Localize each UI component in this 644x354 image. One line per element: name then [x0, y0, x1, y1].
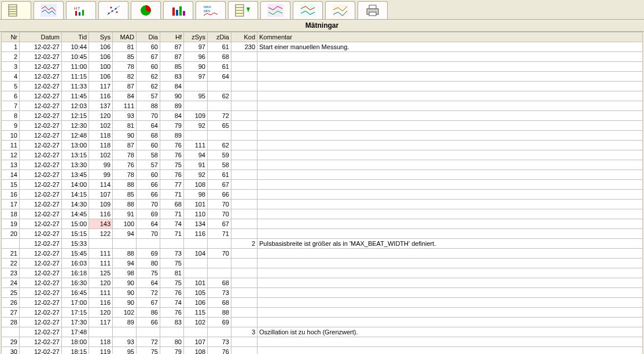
cell-datum: 12-02-27	[20, 141, 62, 150]
scatter-icon[interactable]	[98, 1, 128, 19]
cell-datum: 12-02-27	[20, 337, 62, 347]
table-row[interactable]: 512-02-2711:33117876284	[2, 82, 643, 91]
cell-kommentar	[257, 308, 643, 318]
cell-nr: 13	[2, 160, 20, 170]
cell-dia: 69	[137, 249, 160, 259]
cell-zsys: 105	[184, 288, 208, 298]
header-kod[interactable]: Kod	[231, 32, 257, 42]
table-row[interactable]: 112-02-2710:441068160879761230Start eine…	[2, 42, 643, 52]
cell-zsys: 111	[184, 141, 208, 150]
table-row[interactable]: 12-02-2715:332Pulsbasisbreite ist größer…	[2, 239, 643, 249]
bar-chart-icon[interactable]	[163, 1, 193, 19]
header-mad[interactable]: MAD	[113, 32, 137, 42]
header-datum[interactable]: Datum	[20, 32, 62, 42]
header-kommentar[interactable]: Kommentar	[257, 32, 643, 42]
cell-hf: 75	[160, 160, 184, 170]
cell-datum: 12-02-27	[20, 298, 62, 308]
cell-sys: 120	[89, 308, 113, 318]
svg-point-18	[116, 12, 118, 13]
chart-compare-b-icon[interactable]	[293, 1, 323, 19]
chart-compare-c-icon[interactable]	[325, 1, 355, 19]
chart-multi-icon[interactable]	[34, 1, 64, 19]
cell-kod: 2	[231, 239, 257, 249]
cell-mad: 111	[113, 101, 137, 111]
table-row[interactable]: 2512-02-2716:4511190727610573	[2, 288, 643, 298]
cell-hf: 73	[160, 249, 184, 259]
table-row[interactable]: 312-02-2711:001007860859061	[2, 62, 643, 72]
header-zsys[interactable]: zSys	[184, 32, 208, 42]
cell-hf: 83	[160, 72, 184, 82]
table-row[interactable]: 2812-02-2717:3011789668310269	[2, 318, 643, 327]
header-tid[interactable]: Tid	[62, 32, 89, 42]
svg-rect-9	[75, 11, 77, 16]
cell-zsys	[184, 268, 208, 278]
cell-nr: 27	[2, 308, 20, 318]
header-dia[interactable]: Dia	[137, 32, 160, 42]
cell-zdia: 70	[208, 209, 231, 219]
cell-mad: 85	[113, 52, 137, 62]
bars-stats-icon[interactable]: HT	[66, 1, 96, 19]
cell-zdia: 70	[208, 200, 231, 209]
table-row[interactable]: 812-02-2712:1512093708410972	[2, 111, 643, 121]
header-hf[interactable]: Hf	[160, 32, 184, 42]
cell-sys: 119	[89, 347, 113, 355]
cell-datum: 12-02-27	[20, 121, 62, 131]
cell-zdia: 73	[208, 337, 231, 347]
svg-rect-10	[79, 12, 80, 16]
header-zdia[interactable]: zDia	[208, 32, 231, 42]
cell-kod	[231, 170, 257, 180]
max-min-icon[interactable]: MAXMIN	[196, 1, 226, 19]
table-row[interactable]: 1712-02-2714:3010988706810170	[2, 200, 643, 209]
cell-datum: 12-02-27	[20, 72, 62, 82]
table-row[interactable]: 2012-02-2715:1512294707111671	[2, 229, 643, 239]
header-nr[interactable]: Nr	[2, 32, 20, 42]
table-row[interactable]: 212-02-2710:451068567879668	[2, 52, 643, 62]
cell-datum: 12-02-27	[20, 62, 62, 72]
table-down-icon[interactable]	[228, 1, 258, 19]
cell-zsys: 104	[184, 249, 208, 259]
table-row[interactable]: 912-02-2712:301028164799265	[2, 121, 643, 131]
table-icon[interactable]	[1, 1, 31, 19]
table-row[interactable]: 1112-02-2713:0011887607611162	[2, 141, 643, 150]
cell-mad: 78	[113, 150, 137, 160]
pie-icon[interactable]	[131, 1, 161, 19]
table-row[interactable]: 12-02-2717:483Oszillation ist zu hoch (G…	[2, 327, 643, 337]
cell-kod	[231, 219, 257, 229]
cell-zdia: 67	[208, 180, 231, 190]
table-row[interactable]: 2112-02-2715:4511188697310470	[2, 249, 643, 259]
table-row[interactable]: 1612-02-2714:151078566719866	[2, 190, 643, 200]
cell-kommentar	[257, 160, 643, 170]
table-row[interactable]: 1212-02-2713:151027858769459	[2, 150, 643, 160]
cell-datum: 12-02-27	[20, 268, 62, 278]
table-row[interactable]: 712-02-2712:031371118889	[2, 101, 643, 111]
table-row[interactable]: 612-02-2711:451168457909562	[2, 91, 643, 101]
header-sys[interactable]: Sys	[89, 32, 113, 42]
cell-datum: 12-02-27	[20, 278, 62, 288]
cell-zdia	[208, 268, 231, 278]
cell-dia: 62	[137, 82, 160, 91]
table-row[interactable]: 2912-02-2718:0011893728010773	[2, 337, 643, 347]
data-grid[interactable]: NrDatumTidSysMADDiaHfzSyszDiaKodKommenta…	[1, 32, 643, 354]
table-row[interactable]: 1412-02-2713:45997860769261	[2, 170, 643, 180]
table-row[interactable]: 1312-02-2713:30997657759158	[2, 160, 643, 170]
print-icon[interactable]	[358, 1, 388, 19]
table-row[interactable]: 2212-02-2716:03111948075	[2, 259, 643, 268]
table-row[interactable]: 1912-02-2715:00143100647413467	[2, 219, 643, 229]
cell-hf: 84	[160, 82, 184, 91]
table-row[interactable]: 2612-02-2717:0011690677410668	[2, 298, 643, 308]
cell-kod	[231, 82, 257, 91]
table-row[interactable]: 2312-02-2716:18125987581	[2, 268, 643, 278]
table-row[interactable]: 3012-02-2718:1511995757910876	[2, 347, 643, 355]
cell-hf: 76	[160, 150, 184, 160]
table-row[interactable]: 1512-02-2714:0011488667710867	[2, 180, 643, 190]
table-row[interactable]: 2412-02-2716:3012090647510168	[2, 278, 643, 288]
table-row[interactable]: 2712-02-2717:15120102867611588	[2, 308, 643, 318]
cell-sys: 106	[89, 52, 113, 62]
cell-hf: 87	[160, 52, 184, 62]
chart-compare-a-icon[interactable]	[260, 1, 290, 19]
table-row[interactable]: 1012-02-2712:48118906889	[2, 131, 643, 141]
table-row[interactable]: 1812-02-2714:4511691697111070	[2, 209, 643, 219]
table-row[interactable]: 412-02-2711:151068262839764	[2, 72, 643, 82]
cell-mad: 90	[113, 131, 137, 141]
svg-rect-0	[9, 5, 17, 16]
